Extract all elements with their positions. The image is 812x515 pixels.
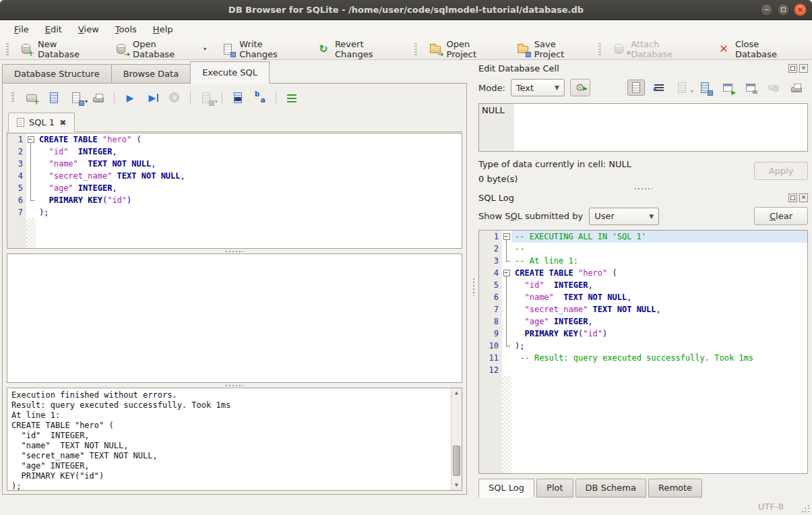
toolbar-drag-handle[interactable] (6, 43, 9, 55)
execution-message-box[interactable]: Execution finished without errors.Result… (7, 388, 462, 491)
tab-database-structure[interactable]: Database Structure (2, 64, 112, 84)
minimize-button[interactable]: ─ (760, 3, 773, 16)
results-grid[interactable] (7, 253, 462, 383)
mode-select[interactable]: Text ▼ (511, 79, 565, 96)
window-title: DB Browser for SQLite - /home/user/code/… (228, 5, 584, 15)
menu-edit[interactable]: Edit (38, 22, 69, 37)
format-code-icon (285, 91, 299, 104)
save-sql-file-button[interactable]: ▾ (68, 90, 84, 106)
cell-value: NULL (482, 105, 505, 115)
save-results-icon: ▾ (199, 91, 213, 104)
find-button[interactable] (230, 90, 246, 106)
close-button[interactable]: ✕ (794, 3, 807, 16)
horizontal-splitter[interactable] (7, 249, 462, 253)
sql-tab[interactable]: SQL 1 ✖ (8, 113, 75, 132)
cell-mode-row: Mode: Text ▼ ⚙ ▾ (478, 79, 808, 96)
write-changes-button[interactable]: Write Changes (214, 40, 309, 59)
horizontal-splitter[interactable] (7, 383, 462, 388)
attach-database-button: ⊕ Attach Database (605, 40, 710, 59)
menu-file[interactable]: File (7, 22, 36, 37)
workspace: Database Structure Browse Data Execute S… (0, 60, 812, 497)
open-tab-button[interactable]: + (24, 90, 40, 106)
word-wrap-button[interactable] (650, 80, 668, 96)
sql-tab-close-icon[interactable]: ✖ (59, 118, 66, 127)
edit-cell-panel-title: Edit Database Cell (478, 63, 559, 73)
scroll-down-icon[interactable]: ▼ (451, 481, 462, 490)
export-data-button[interactable] (696, 80, 714, 96)
menubar: File Edit View Tools Help (0, 20, 812, 38)
sql-log-panel-header: SQL Log (478, 193, 808, 203)
tab-browse-data[interactable]: Browse Data (111, 64, 191, 84)
open-sql-file-icon (47, 91, 61, 104)
cell-size-info: 0 byte(s) (478, 174, 631, 184)
panel-splitter[interactable] (478, 184, 808, 193)
dock-tab-plot[interactable]: Plot (536, 479, 573, 497)
menu-tools[interactable]: Tools (108, 22, 144, 37)
sql-editor[interactable]: 1CREATE TABLE "hero" (2 "id" INTEGER,3 "… (7, 133, 462, 249)
save-results-button: ▾ (198, 90, 214, 106)
print-button[interactable] (90, 90, 106, 106)
sql-tab-label: SQL 1 (29, 117, 55, 127)
status-bar: UTF-8 (0, 497, 812, 515)
print-icon (92, 91, 105, 104)
auto-apply-button[interactable]: ⚙ (570, 79, 590, 96)
open-project-button[interactable]: ➜ Open Project (421, 40, 509, 59)
toolbar-separator (222, 92, 222, 104)
message-scrollbar[interactable]: ▲ ▼ (451, 388, 462, 490)
print-icon (790, 81, 803, 94)
maximize-button[interactable] (777, 3, 790, 16)
chevron-down-icon: ▼ (649, 213, 654, 220)
revert-changes-icon: ↻ (317, 42, 330, 56)
close-panel-icon[interactable] (799, 64, 808, 73)
open-external-button[interactable] (719, 80, 737, 96)
sql-document-icon (17, 118, 24, 127)
set-null-button (765, 80, 782, 96)
new-database-button[interactable]: + New Database (12, 40, 107, 59)
close-database-button[interactable]: ✕ Close Database (710, 40, 809, 59)
execute-all-button[interactable]: ▶ (122, 90, 138, 106)
vertical-splitter[interactable] (470, 83, 478, 495)
titlebar[interactable]: DB Browser for SQLite - /home/user/code/… (0, 0, 812, 20)
scrollbar-thumb[interactable] (453, 446, 460, 476)
execute-current-line-button[interactable]: ▶ (144, 90, 160, 106)
float-panel-icon[interactable] (788, 64, 797, 73)
tab-execute-sql[interactable]: Execute SQL (190, 61, 270, 84)
cell-value-editor[interactable]: NULL (478, 103, 808, 152)
dock-tab-remote[interactable]: Remote (648, 479, 702, 497)
close-database-icon: ✕ (717, 42, 730, 56)
print-cell-button[interactable] (788, 80, 805, 96)
sql-toolbar-drag-handle[interactable] (11, 92, 14, 103)
clear-log-button[interactable]: Clear (754, 207, 808, 225)
dock-tab-sql-log[interactable]: SQL Log (478, 479, 534, 497)
toolbar-separator (414, 43, 417, 55)
dock-tab-db-schema[interactable]: DB Schema (575, 479, 646, 497)
open-sql-file-button[interactable] (46, 90, 62, 106)
text-document-icon (629, 81, 643, 94)
cell-info-row: Type of data currently in cell: NULL 0 b… (478, 159, 808, 184)
sql-log-view[interactable]: 1-- EXECUTING ALL IN 'SQL 1'2--3-- At li… (478, 230, 808, 474)
toolbar-separator (114, 92, 115, 104)
menu-help[interactable]: Help (146, 22, 181, 37)
format-code-button[interactable] (284, 90, 300, 106)
float-panel-icon[interactable] (788, 193, 797, 202)
revert-changes-button[interactable]: ↻ Revert Changes (309, 40, 410, 59)
open-database-dropdown-icon[interactable]: ▾ (204, 46, 206, 52)
save-project-button[interactable]: Save Project (509, 40, 594, 59)
close-panel-icon[interactable] (799, 193, 808, 202)
encoding-indicator: UTF-8 (758, 502, 784, 512)
mode-label: Mode: (478, 83, 505, 93)
execute-sql-panel: + ▾ ▶ ▶ ✕ ▾ SQL 1 ✖ 1CREATE TABLE "hero"… (2, 83, 467, 495)
text-mode-button[interactable] (627, 80, 645, 96)
sql-log-controls: Show SQL submitted by User ▼ Clear (478, 207, 808, 225)
scroll-up-icon[interactable]: ▲ (451, 388, 462, 398)
log-filter-select[interactable]: User ▼ (589, 208, 659, 225)
menu-view[interactable]: View (71, 22, 106, 37)
resize-grip[interactable] (802, 505, 810, 513)
find-icon (231, 91, 245, 104)
open-database-button[interactable]: ➜ Open Database ▾ (107, 40, 214, 59)
open-database-icon: ➜ (115, 42, 128, 56)
replace-button[interactable] (252, 90, 268, 106)
copy-link-button[interactable] (742, 80, 759, 96)
link-icon (744, 81, 757, 94)
message-lines: Execution finished without errors.Result… (11, 390, 448, 491)
